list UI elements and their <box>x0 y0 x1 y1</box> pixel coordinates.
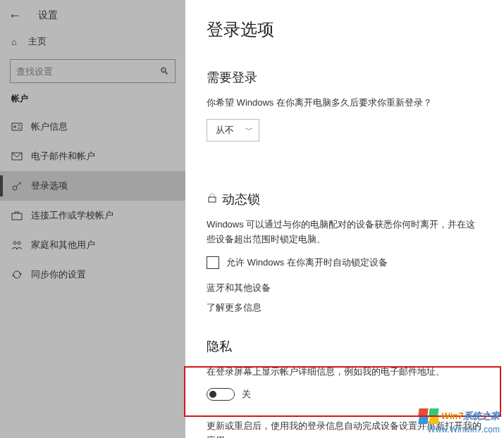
svg-point-10 <box>18 242 20 244</box>
windows-flag-icon <box>419 408 440 425</box>
sidebar-item-family[interactable]: 家庭和其他用户 <box>0 230 185 260</box>
privacy-heading: 隐私 <box>207 338 483 355</box>
sidebar-item-account-info[interactable]: 帐户信息 <box>0 112 185 142</box>
search-input-wrap[interactable]: 🔍︎ <box>10 59 176 83</box>
account-icon <box>11 121 31 132</box>
mail-icon <box>11 151 31 162</box>
people-icon <box>11 239 31 251</box>
home-icon: ⌂ <box>11 37 28 47</box>
watermark: Win7系统之家 Www.Winwin7.com <box>419 408 500 435</box>
watermark-url: Www.Winwin7.com <box>419 425 500 435</box>
privacy-opt1-state: 关 <box>242 388 251 401</box>
search-input[interactable] <box>16 66 159 77</box>
checkbox-label: 允许 Windows 在你离开时自动锁定设备 <box>226 256 388 269</box>
home-label: 主页 <box>28 35 47 48</box>
sidebar-item-label: 帐户信息 <box>31 120 68 133</box>
dropdown-value: 从不 <box>216 124 234 137</box>
sidebar-item-signin-options[interactable]: 登录选项 <box>0 171 185 201</box>
checkbox-icon[interactable] <box>207 256 219 269</box>
svg-point-1 <box>14 126 16 128</box>
require-signin-desc: 你希望 Windows 在你离开电脑多久后要求你重新登录？ <box>207 96 483 111</box>
sidebar-item-email[interactable]: 电子邮件和帐户 <box>0 142 185 171</box>
svg-rect-8 <box>12 213 22 220</box>
dynamic-lock-title-text: 动态锁 <box>222 191 260 208</box>
sidebar-item-label: 连接工作或学校帐户 <box>31 209 113 222</box>
watermark-brand-suffix: 系统之家 <box>463 411 500 422</box>
dynamic-lock-desc: Windows 可以通过与你的电脑配对的设备获悉你何时离开，并在这些设备超出范围… <box>207 218 483 247</box>
bluetooth-link[interactable]: 蓝牙和其他设备 <box>207 282 483 294</box>
watermark-brand-prefix: Win7 <box>441 411 463 422</box>
privacy-opt1-toggle[interactable] <box>207 388 235 401</box>
settings-sidebar: ← 设置 ⌂ 主页 🔍︎ 帐户 帐户信息 电子邮件和帐户 <box>0 0 185 438</box>
sidebar-item-sync[interactable]: 同步你的设置 <box>0 260 185 289</box>
sync-icon <box>11 269 31 280</box>
page-title: 登录选项 <box>207 18 483 41</box>
svg-line-7 <box>20 183 21 184</box>
require-signin-heading: 需要登录 <box>207 69 483 86</box>
require-signin-dropdown[interactable]: 从不 ﹀ <box>207 119 259 142</box>
svg-rect-11 <box>209 197 216 202</box>
dynamic-lock-checkbox-row[interactable]: 允许 Windows 在你离开时自动锁定设备 <box>207 256 483 269</box>
content-pane: 登录选项 需要登录 你希望 Windows 在你离开电脑多久后要求你重新登录？ … <box>185 0 504 438</box>
search-icon: 🔍︎ <box>159 65 169 77</box>
settings-label: 设置 <box>38 9 58 22</box>
sidebar-item-label: 登录选项 <box>31 180 68 192</box>
svg-point-9 <box>13 242 16 244</box>
learn-more-link[interactable]: 了解更多信息 <box>207 301 483 314</box>
dynamic-lock-heading: 动态锁 <box>207 191 483 208</box>
sidebar-item-work-school[interactable]: 连接工作或学校帐户 <box>0 201 185 230</box>
key-icon <box>11 180 31 192</box>
nav-home[interactable]: ⌂ 主页 <box>0 28 185 55</box>
sidebar-item-label: 电子邮件和帐户 <box>31 150 95 163</box>
sidebar-section-title: 帐户 <box>0 89 185 112</box>
privacy-opt1-desc: 在登录屏幕上显示帐户详细信息，例如我的电子邮件地址。 <box>207 365 483 380</box>
sidebar-item-label: 家庭和其他用户 <box>31 239 95 251</box>
briefcase-icon <box>11 210 31 221</box>
chevron-down-icon: ﹀ <box>245 125 253 135</box>
lock-icon <box>207 192 218 206</box>
back-icon[interactable]: ← <box>8 8 21 23</box>
sidebar-item-label: 同步你的设置 <box>31 268 86 281</box>
